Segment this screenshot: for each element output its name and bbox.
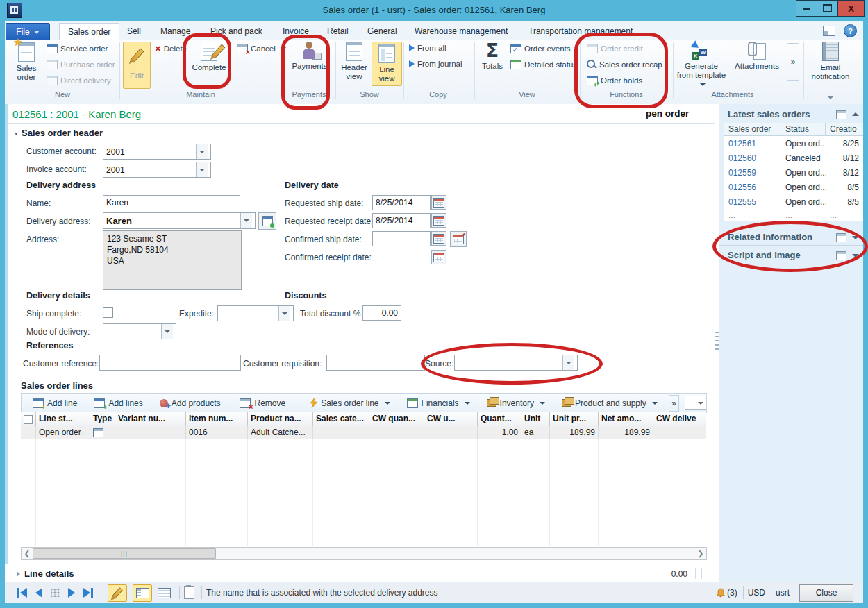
add-line-button[interactable]: +Add line [33, 398, 77, 408]
splitter-grip[interactable] [715, 332, 719, 353]
attachments-button[interactable]: Attachments [731, 42, 783, 71]
line-details-toggle[interactable]: Line details [17, 568, 74, 579]
tab-invoice[interactable]: Invoice [274, 23, 317, 40]
chevron-down-icon[interactable] [196, 144, 208, 159]
col-variant-number[interactable]: Variant nu... [115, 412, 186, 427]
payments-button[interactable]: Payments [290, 42, 330, 71]
ribbon-overflow-button[interactable]: » [787, 43, 799, 81]
product-and-supply-menu[interactable]: Product and supply [562, 398, 658, 408]
source-select[interactable] [454, 355, 578, 371]
latest-row-more[interactable]: ... ... ... [724, 209, 863, 221]
order-events-button[interactable]: ✓Order events [510, 44, 570, 53]
totals-button[interactable]: Σ Totals [477, 42, 508, 71]
help-icon[interactable]: ? [844, 24, 857, 37]
tab-general[interactable]: General [359, 23, 406, 40]
copy-from-journal-button[interactable]: From journal [409, 60, 462, 68]
collapse-chevron-icon[interactable] [852, 112, 859, 116]
requested-ship-date-field[interactable]: 8/25/2014 [372, 195, 431, 210]
factbox-window-icon[interactable] [836, 110, 846, 119]
factbox-window-icon[interactable] [836, 233, 846, 242]
copy-from-all-button[interactable]: From all [409, 44, 446, 52]
tab-warehouse-management[interactable]: Warehouse management [406, 23, 516, 40]
scrollbar-thumb[interactable]: ||| [33, 548, 216, 559]
chevron-down-icon[interactable] [562, 355, 574, 370]
col-status[interactable]: Status [781, 123, 826, 136]
select-all-checkbox[interactable] [24, 415, 33, 424]
requested-receipt-date-calendar-button[interactable] [431, 213, 446, 228]
confirmed-date-extra-button[interactable]: * [450, 231, 467, 247]
latest-row[interactable]: 012555 Open ord... 8/5 [724, 194, 863, 209]
file-menu-button[interactable]: File [6, 23, 50, 41]
mode-of-delivery-select[interactable] [103, 323, 176, 339]
first-record-button[interactable] [17, 588, 27, 598]
scroll-left-button[interactable]: ❮ [22, 548, 33, 559]
col-quantity[interactable]: Quant... [478, 412, 521, 427]
col-item-number[interactable]: Item num... [186, 412, 248, 427]
line-view-button[interactable]: Line view [372, 42, 402, 86]
generate-from-template-button[interactable]: X W Generate from template [676, 42, 727, 89]
tab-transportation-management[interactable]: Transportation management [520, 23, 641, 40]
latest-row[interactable]: 012559 Open ord... 8/12 [724, 165, 863, 180]
sales-order-new-button[interactable]: ★ Sales order [10, 42, 42, 82]
inventory-menu[interactable]: Inventory [487, 398, 545, 408]
col-unit[interactable]: Unit [521, 412, 550, 427]
bell-icon[interactable] [716, 588, 726, 598]
col-unit-price[interactable]: Unit pr... [550, 412, 599, 427]
email-notification-button[interactable]: Email notification [806, 42, 855, 81]
chevron-down-icon[interactable] [196, 162, 208, 177]
lines-horizontal-scrollbar[interactable]: ❮ ||| ❯ [21, 547, 707, 560]
sales-order-header-section-toggle[interactable]: Sales order header [14, 128, 103, 138]
window-layout-icon[interactable] [823, 26, 835, 36]
maximize-button[interactable] [817, 0, 838, 17]
chevron-down-icon[interactable] [240, 213, 252, 228]
name-field[interactable]: Karen [103, 195, 240, 210]
col-cw-delivery[interactable]: CW delive [653, 412, 706, 427]
sales-order-recap-button[interactable]: Sales order recap [587, 60, 662, 69]
col-sales-category[interactable]: Sales cate... [313, 412, 369, 427]
complete-button[interactable]: Complete [190, 42, 228, 72]
lines-grid-row[interactable]: Open order 0016 Adult Catche... 1.00 ea … [21, 426, 706, 440]
customer-account-select[interactable]: 2001 [103, 144, 211, 160]
list-view-button[interactable] [158, 588, 171, 598]
next-record-button[interactable] [68, 588, 75, 598]
delivery-address-select[interactable]: Karen [103, 212, 256, 229]
clipboard-button[interactable] [184, 586, 194, 599]
remove-button[interactable]: ×Remove [240, 398, 285, 408]
sales-order-line-menu[interactable]: Sales order line [310, 398, 390, 408]
minimize-button[interactable] [796, 0, 817, 17]
order-holds-button[interactable]: ⇄Order holds [587, 76, 642, 85]
header-view-button[interactable]: Header view [338, 42, 370, 81]
latest-row[interactable]: 012560 Canceled 8/12 [724, 151, 863, 165]
requested-ship-date-calendar-button[interactable] [431, 195, 446, 210]
tab-sales-order[interactable]: Sales order [59, 23, 119, 40]
total-discount-field[interactable]: 0.00 [362, 305, 401, 321]
col-cw-unit[interactable]: CW u... [424, 412, 478, 427]
confirmed-ship-date-field[interactable] [372, 231, 431, 246]
address-book-button[interactable] [258, 212, 276, 230]
customer-reference-field[interactable] [99, 355, 241, 371]
ship-complete-checkbox[interactable] [103, 307, 113, 318]
confirmed-receipt-date-calendar-button[interactable] [431, 250, 446, 264]
customer-requisition-field[interactable] [326, 355, 425, 371]
factbox-window-icon[interactable] [836, 251, 846, 260]
detailed-status-button[interactable]: Detailed status [510, 60, 577, 69]
tab-sell[interactable]: Sell [119, 23, 149, 40]
expedite-select[interactable] [217, 305, 294, 321]
alert-count[interactable]: (3) [727, 588, 737, 598]
chevron-down-icon[interactable] [161, 324, 173, 339]
toolbar-combo[interactable] [685, 396, 706, 410]
col-line-status[interactable]: Line st... [36, 412, 90, 427]
toolbar-overflow-button[interactable]: » [669, 395, 680, 412]
col-product-name[interactable]: Product na... [248, 412, 313, 427]
col-type[interactable]: Type [90, 412, 115, 427]
delete-button[interactable]: ×Delete [155, 44, 187, 53]
last-record-button[interactable] [83, 588, 93, 598]
col-sales-order[interactable]: Sales order [724, 123, 781, 136]
latest-row[interactable]: 012561 Open ord... 8/25 [724, 136, 863, 151]
scroll-right-button[interactable]: ❯ [695, 548, 706, 559]
close-form-button[interactable]: Close [799, 584, 853, 602]
col-cw-quantity[interactable]: CW quan... [369, 412, 424, 427]
cancel-button[interactable]: ×Cancel [237, 44, 286, 53]
tab-retail[interactable]: Retail [319, 23, 357, 40]
edit-mode-button[interactable] [108, 584, 127, 602]
